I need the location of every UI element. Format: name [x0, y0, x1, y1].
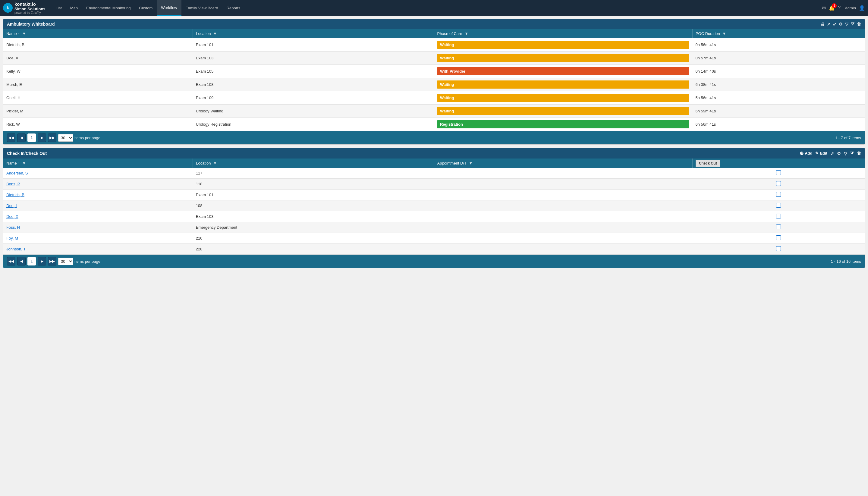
checkout-checkbox[interactable] — [776, 246, 781, 251]
patient-name: Dietrich, B — [3, 38, 193, 51]
nav-reports[interactable]: Reports — [222, 0, 245, 16]
ambulatory-row: Doe, X Exam 103 Waiting 0h 57m 41s — [3, 51, 865, 65]
email-icon[interactable]: ✉ — [822, 5, 826, 11]
checkout-cell — [692, 233, 865, 244]
patient-link[interactable]: Bons, P — [6, 182, 20, 186]
checkin-pg-first[interactable]: ◀◀ — [7, 257, 15, 265]
checkout-checkbox[interactable] — [776, 224, 781, 229]
nav-env-monitoring[interactable]: Environmental Monitoring — [82, 0, 135, 16]
checkin-patient-location: 228 — [193, 244, 434, 254]
print-icon[interactable]: 🖨 — [820, 22, 824, 27]
nav-map[interactable]: Map — [66, 0, 82, 16]
name-filter-icon[interactable]: ▼ — [22, 31, 26, 36]
checkout-checkbox[interactable] — [776, 235, 781, 240]
powered-by: powered by ZulaFly — [14, 11, 46, 14]
patient-link[interactable]: Johnson, T — [6, 247, 26, 251]
share-icon[interactable]: ↗ — [827, 22, 830, 27]
poc-filter-icon[interactable]: ▼ — [722, 31, 726, 36]
column-filter-checkin-icon[interactable]: ⧩ — [850, 151, 854, 156]
th-checkout: Check Out — [692, 158, 865, 168]
filter-icon[interactable]: ▽ — [845, 22, 848, 27]
column-filter-icon[interactable]: ⧩ — [851, 21, 854, 27]
checkin-pg-next[interactable]: ▶ — [38, 257, 46, 265]
patient-link[interactable]: Foy, M — [6, 236, 18, 241]
pg-next[interactable]: ▶ — [38, 134, 46, 142]
checkin-row: Johnson, T 228 — [3, 244, 865, 254]
checkout-checkbox[interactable] — [776, 214, 781, 218]
phase-filter-icon[interactable]: ▼ — [464, 31, 468, 36]
ambulatory-panel: Ambulatory Whiteboard 🖨 ↗ ⤢ ⚙ ▽ ⧩ 🗑 Name… — [3, 19, 865, 145]
checkout-checkbox[interactable] — [776, 181, 781, 186]
items-per-page-select[interactable]: 3050100 — [58, 134, 73, 142]
phase-cell: Waiting — [434, 38, 692, 51]
patient-link[interactable]: Doe, I — [6, 203, 17, 208]
add-button[interactable]: ⊕ Add — [800, 150, 812, 156]
checkout-checkbox[interactable] — [776, 203, 781, 207]
checkout-checkbox[interactable] — [776, 170, 781, 175]
nav-family-view[interactable]: Family View Board — [182, 0, 222, 16]
checkin-pg-prev[interactable]: ◀ — [17, 257, 26, 265]
location-filter-icon[interactable]: ▼ — [213, 31, 217, 36]
checkout-checkbox[interactable] — [776, 192, 781, 197]
items-per-page-label: items per page — [75, 136, 100, 140]
checkin-row: Doe, I 108 — [3, 200, 865, 211]
checkin-row: Foy, M 210 — [3, 233, 865, 244]
patient-location: Exam 108 — [193, 78, 434, 91]
pg-prev[interactable]: ◀ — [17, 134, 26, 142]
expand-icon[interactable]: ⤢ — [833, 22, 836, 27]
patient-location: Exam 103 — [193, 51, 434, 65]
checkin-pg-last[interactable]: ▶▶ — [48, 257, 56, 265]
add-icon: ⊕ — [800, 150, 804, 156]
navbar: k kontakt.io Simon Solutions powered by … — [0, 0, 868, 16]
phase-cell: Waiting — [434, 51, 692, 65]
checkin-title: Check In/Check Out — [7, 151, 47, 156]
ambulatory-row: Oneil, H Exam 109 Waiting 5h 56m 41s — [3, 91, 865, 105]
poc-duration: 6h 56m 41s — [692, 118, 865, 131]
settings-checkin-icon[interactable]: ⚙ — [837, 151, 841, 156]
checkin-table: Name ↑ ▼ Location ▼ Appointment D/T ▼ Ch… — [3, 158, 865, 254]
delete-checkin-icon[interactable]: 🗑 — [857, 151, 861, 156]
brand-logo: k — [3, 3, 13, 13]
patient-link[interactable]: Dietrich, B — [6, 192, 25, 197]
nav-right: ✉ 🔔 2 ? Admin 👤 — [822, 5, 865, 11]
checkin-items-per-page-label: items per page — [75, 259, 100, 264]
checkin-pg-current[interactable]: 1 — [28, 257, 36, 265]
checkin-patient-name: Andersen, S — [3, 168, 193, 179]
checkin-pagination: ◀◀ ◀ 1 ▶ ▶▶ 3050100 items per page 1 - 1… — [3, 254, 865, 268]
filter-checkin-icon[interactable]: ▽ — [844, 151, 847, 156]
poc-duration: 6h 59m 41s — [692, 105, 865, 118]
nav-custom[interactable]: Custom — [135, 0, 157, 16]
checkin-row: Andersen, S 117 — [3, 168, 865, 179]
checkin-pagination-info: 1 - 16 of 16 items — [831, 259, 861, 264]
ambulatory-header: Ambulatory Whiteboard 🖨 ↗ ⤢ ⚙ ▽ ⧩ 🗑 — [3, 19, 865, 29]
notification-bell[interactable]: 🔔 2 — [829, 5, 835, 11]
edit-button[interactable]: ✎ Edit — [815, 151, 827, 155]
checkin-location-filter-icon[interactable]: ▼ — [213, 161, 217, 166]
expand-checkin-icon[interactable]: ⤢ — [830, 151, 834, 156]
checkin-patient-location: 108 — [193, 200, 434, 211]
settings-icon[interactable]: ⚙ — [839, 22, 843, 27]
nav-list[interactable]: List — [51, 0, 66, 16]
patient-link[interactable]: Foss, H — [6, 225, 20, 230]
pg-last[interactable]: ▶▶ — [48, 134, 56, 142]
checkin-panel: Check In/Check Out ⊕ Add ✎ Edit ⤢ ⚙ ▽ ⧩ … — [3, 148, 865, 268]
pg-first[interactable]: ◀◀ — [7, 134, 15, 142]
checkin-appt — [434, 200, 692, 211]
checkout-cell — [692, 244, 865, 254]
help-icon[interactable]: ? — [838, 5, 840, 11]
user-avatar-icon[interactable]: 👤 — [859, 5, 865, 11]
checkout-cell — [692, 211, 865, 222]
checkin-appt-filter-icon[interactable]: ▼ — [469, 161, 472, 166]
checkin-header: Check In/Check Out ⊕ Add ✎ Edit ⤢ ⚙ ▽ ⧩ … — [3, 148, 865, 158]
checkin-name-filter-icon[interactable]: ▼ — [22, 161, 26, 166]
checkin-items-per-page-select[interactable]: 3050100 — [58, 258, 73, 265]
delete-icon[interactable]: 🗑 — [857, 22, 861, 27]
phase-cell: Waiting — [434, 91, 692, 105]
pg-current[interactable]: 1 — [28, 134, 36, 142]
patient-location: Exam 109 — [193, 91, 434, 105]
patient-link[interactable]: Andersen, S — [6, 171, 28, 175]
edit-icon: ✎ — [815, 151, 819, 155]
nav-workflow[interactable]: Workflow — [157, 0, 181, 16]
th-checkin-name: Name ↑ ▼ — [3, 158, 193, 168]
patient-link[interactable]: Doe, X — [6, 214, 18, 219]
